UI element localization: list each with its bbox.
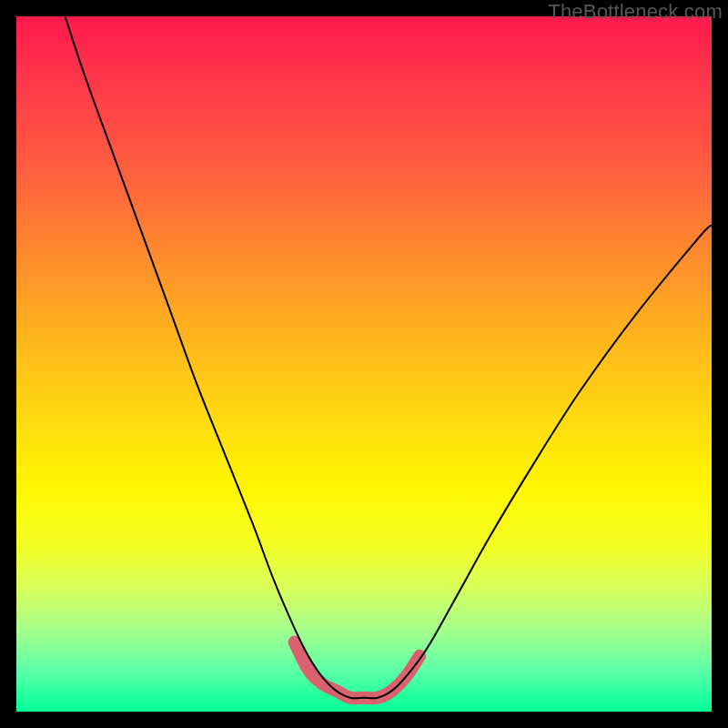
watermark-text: TheBottleneck.com — [548, 0, 723, 24]
chart-background-gradient — [16, 16, 712, 712]
bottleneck-curve — [65, 16, 712, 698]
chart-svg — [16, 16, 712, 712]
optimal-zone-highlight — [295, 642, 420, 699]
